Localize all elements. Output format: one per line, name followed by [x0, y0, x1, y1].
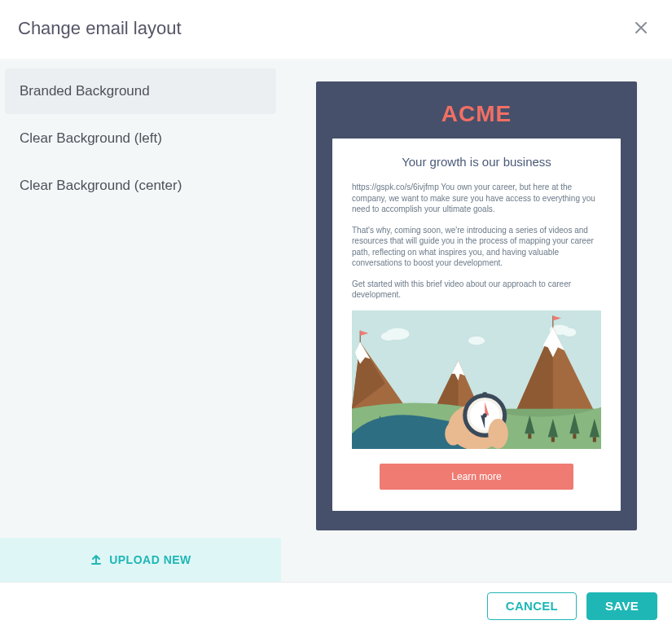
- modal-header: Change email layout: [0, 0, 672, 59]
- layout-option-branded-background[interactable]: Branded Background: [5, 68, 276, 114]
- email-paragraph: Get started with this brief video about …: [352, 279, 601, 301]
- layout-option-clear-left[interactable]: Clear Background (left): [5, 116, 276, 161]
- layout-option-label: Clear Background (left): [20, 130, 162, 146]
- close-icon: [635, 18, 648, 38]
- email-preview-outer: ACME Your growth is our business https:/…: [316, 81, 637, 530]
- upload-new-button[interactable]: UPLOAD NEW: [0, 538, 281, 582]
- upload-icon: [90, 553, 103, 566]
- layout-sidebar: Branded Background Clear Background (lef…: [0, 59, 281, 582]
- change-email-layout-modal: Change email layout Branded Background C…: [0, 0, 672, 629]
- email-brand-logo: ACME: [332, 101, 621, 127]
- modal-title: Change email layout: [18, 18, 182, 39]
- svg-point-40: [488, 418, 507, 448]
- svg-point-4: [563, 328, 576, 336]
- svg-rect-31: [593, 437, 596, 442]
- learn-more-button[interactable]: Learn more: [380, 464, 574, 490]
- email-headline: Your growth is our business: [352, 155, 601, 169]
- layout-option-label: Clear Background (center): [20, 178, 182, 193]
- email-paragraph: https://gspk.co/s/6ivjfmp You own your c…: [352, 182, 601, 215]
- modal-footer: CANCEL SAVE: [0, 582, 672, 629]
- upload-new-label: UPLOAD NEW: [109, 553, 191, 566]
- svg-point-38: [483, 413, 487, 417]
- svg-point-2: [381, 332, 396, 340]
- cancel-button[interactable]: CANCEL: [487, 592, 577, 620]
- email-illustration: [352, 310, 601, 449]
- svg-point-33: [445, 422, 461, 446]
- email-paragraph: That's why, coming soon, we're introduci…: [352, 225, 601, 269]
- save-label: SAVE: [605, 599, 639, 613]
- save-button[interactable]: SAVE: [586, 592, 657, 620]
- preview-pane: ACME Your growth is our business https:/…: [281, 59, 672, 582]
- modal-body: Branded Background Clear Background (lef…: [0, 59, 672, 582]
- svg-rect-25: [528, 433, 531, 438]
- svg-rect-27: [551, 437, 555, 442]
- svg-point-5: [468, 336, 485, 344]
- layout-option-label: Branded Background: [20, 83, 150, 99]
- close-button[interactable]: [628, 15, 654, 42]
- svg-rect-39: [482, 392, 487, 397]
- cancel-label: CANCEL: [506, 599, 558, 613]
- layout-list: Branded Background Clear Background (lef…: [0, 59, 281, 538]
- email-card: Your growth is our business https://gspk…: [332, 139, 621, 511]
- layout-option-clear-center[interactable]: Clear Background (center): [5, 163, 276, 209]
- cta-label: Learn more: [451, 471, 501, 482]
- svg-rect-29: [573, 433, 576, 438]
